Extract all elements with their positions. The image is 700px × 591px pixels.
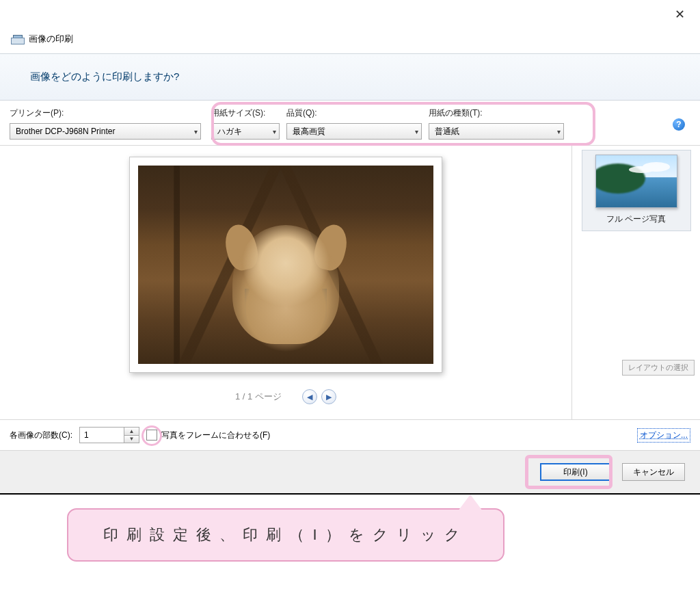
preview-page <box>129 157 442 373</box>
chevron-down-icon: ▾ <box>273 128 276 135</box>
print-settings-row: プリンター(P): Brother DCP-J968N Printer ▾ 用紙… <box>0 101 700 145</box>
fit-frame-option: 写真をフレームに合わせる(F) <box>146 430 270 441</box>
title-bar: 画像の印刷 <box>0 0 700 53</box>
quality-value: 最高画質 <box>293 126 325 137</box>
paper-size-value: ハガキ <box>217 126 242 137</box>
next-page-button[interactable]: ▶ <box>321 389 336 404</box>
layout-option-full-page[interactable]: フル ページ写真 <box>582 150 691 231</box>
printer-value: Brother DCP-J968N Printer <box>16 127 115 136</box>
annotation-caption-text: 印刷設定後、印刷（I）をクリック <box>103 526 468 543</box>
layout-select-label: レイアウトの選択 <box>622 360 695 376</box>
layout-thumbnail <box>595 155 677 208</box>
preview-pane: 1 / 1 ページ ◀ ▶ <box>0 146 571 419</box>
fit-frame-label: 写真をフレームに合わせる(F) <box>161 430 270 441</box>
copies-spinner[interactable]: ▲ ▼ <box>79 427 139 443</box>
layout-side-pane: フル ページ写真 レイアウトの選択 <box>571 146 700 419</box>
printer-setting: プリンター(P): Brother DCP-J968N Printer ▾ <box>10 107 211 140</box>
printer-icon <box>11 34 23 44</box>
callout-tail-icon <box>458 495 483 511</box>
pager: 1 / 1 ページ ◀ ▶ <box>235 389 336 404</box>
paper-type-setting: 用紙の種類(T): 普通紙 ▾ <box>429 107 572 140</box>
paper-size-combobox[interactable]: ハガキ ▾ <box>211 123 280 140</box>
quality-setting: 品質(Q): 最高画質 ▾ <box>286 107 429 140</box>
bottom-left-group: 各画像の部数(C): ▲ ▼ 写真をフレームに合わせる(F) <box>10 427 270 443</box>
paper-type-label: 用紙の種類(T): <box>429 107 572 119</box>
paper-size-label: 用紙サイズ(S): <box>211 107 286 119</box>
chevron-down-icon: ▾ <box>415 128 418 135</box>
pager-nav: ◀ ▶ <box>302 389 336 404</box>
quality-combobox[interactable]: 最高画質 ▾ <box>286 123 422 140</box>
preview-row: 1 / 1 ページ ◀ ▶ フル ページ写真 レイアウトの選択 <box>0 145 700 419</box>
action-bar: 印刷(I) キャンセル <box>0 450 700 495</box>
paper-size-setting: 用紙サイズ(S): ハガキ ▾ <box>211 107 286 140</box>
print-pictures-dialog: ✕ 画像の印刷 画像をどのように印刷しますか? プリンター(P): Brothe… <box>0 0 700 562</box>
cancel-button[interactable]: キャンセル <box>622 463 685 481</box>
copies-label: 各画像の部数(C): <box>10 430 72 441</box>
print-button[interactable]: 印刷(I) <box>540 463 611 481</box>
spinner-down-button[interactable]: ▼ <box>124 436 139 443</box>
copies-input[interactable] <box>80 428 124 443</box>
quality-label: 品質(Q): <box>286 107 429 119</box>
layout-option-label: フル ページ写真 <box>606 213 666 225</box>
prev-page-button[interactable]: ◀ <box>302 389 317 404</box>
options-link[interactable]: オプション... <box>637 428 690 443</box>
preview-photo <box>138 166 433 364</box>
annotation-caption: 印刷設定後、印刷（I）をクリック <box>67 508 504 562</box>
close-button[interactable]: ✕ <box>668 4 692 25</box>
spinner-up-button[interactable]: ▲ <box>124 428 139 436</box>
page-indicator: 1 / 1 ページ <box>235 391 282 403</box>
chevron-down-icon: ▾ <box>557 128 561 135</box>
printer-label: プリンター(P): <box>10 107 211 119</box>
window-title: 画像の印刷 <box>29 33 73 45</box>
help-icon[interactable]: ? <box>673 118 685 131</box>
fit-frame-checkbox[interactable] <box>146 430 157 441</box>
paper-type-value: 普通紙 <box>435 126 459 137</box>
chevron-down-icon: ▾ <box>194 128 198 135</box>
paper-type-combobox[interactable]: 普通紙 ▾ <box>429 123 564 140</box>
bottom-options-row: 各画像の部数(C): ▲ ▼ 写真をフレームに合わせる(F) オプション... <box>0 420 700 450</box>
printer-combobox[interactable]: Brother DCP-J968N Printer ▾ <box>10 123 201 140</box>
instruction-text: 画像をどのように印刷しますか? <box>0 53 700 101</box>
